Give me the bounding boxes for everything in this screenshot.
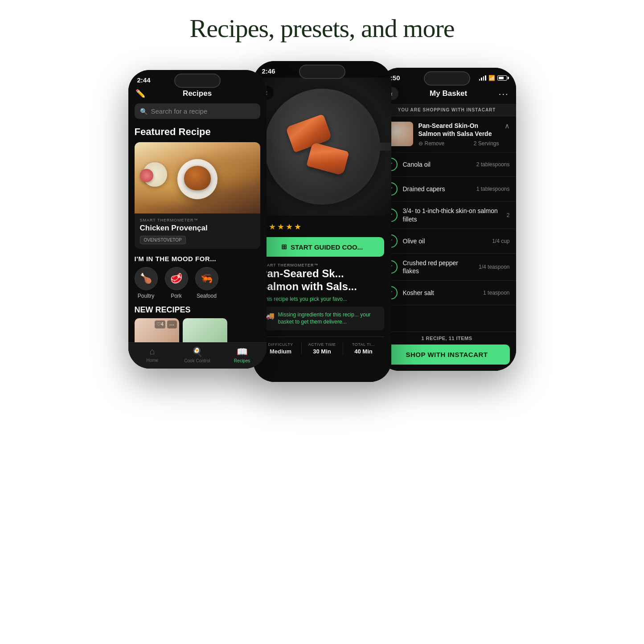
featured-recipe-section-title: Featured Recipe [135, 126, 260, 138]
mood-section-title: I'M IN THE MOOD FOR... [135, 255, 260, 263]
featured-recipe-image [135, 142, 260, 213]
battery-fill [499, 77, 504, 79]
featured-recipe-name: Chicken Provençal [140, 224, 255, 233]
dynamic-island-1 [175, 74, 220, 87]
mood-item-poultry[interactable]: 🍗 Poultry [135, 267, 158, 299]
search-bar[interactable]: 🔍 Search for a recipe [135, 103, 260, 119]
mood-items: 🍗 Poultry 🥩 Pork 🦐 Seafood [135, 267, 260, 299]
new-recipe-card-1[interactable]: ♡4 ··· [135, 318, 179, 342]
seafood-icon: 🦐 [195, 267, 218, 290]
stars-rating: ★ ★ ★ ★ ★ [260, 222, 384, 232]
wifi-icon: 📶 [488, 75, 495, 81]
time-1: 2:44 [137, 76, 151, 84]
start-guided-cooking-button[interactable]: ⊞ START GUIDED COO... [260, 237, 384, 257]
cooking-method-tag: OVEN/STOVETOP [140, 236, 186, 244]
star-3: ★ [277, 222, 284, 232]
ingredient-amount-2: 1 tablespoons [476, 186, 510, 192]
new-recipes-row: ♡4 ··· [135, 318, 260, 342]
basket-title: My Basket [430, 89, 467, 98]
signal-icon [479, 75, 486, 81]
hero-image [253, 78, 391, 216]
new-recipe-card-2[interactable] [183, 318, 227, 342]
seafood-label: Seafood [197, 293, 217, 299]
phone-2-screen: 2:46 ‹ ★ [253, 61, 391, 382]
nav-recipes[interactable]: 📖 Recipes [220, 346, 265, 363]
ingredient-row-red-pepper: ✓ Crushed red pepper flakes 1/4 teaspoon [378, 254, 516, 281]
ingredient-row-olive-oil: ✓ Olive oil 1/4 cup [378, 229, 516, 254]
basket-recipe-row: Pan-Seared Skin-On Salmon with Salsa Ver… [378, 116, 516, 152]
ingredient-name-1: Canola oil [403, 160, 471, 168]
star-4: ★ [286, 222, 293, 232]
pan-handle [376, 143, 391, 151]
more-options-button[interactable]: ··· [499, 89, 509, 99]
ingredient-amount-3: 2 [507, 212, 510, 218]
heart-icon[interactable]: ♡4 [155, 320, 165, 328]
remove-button[interactable]: ⊖ Remove [418, 140, 445, 147]
pork-icon: 🥩 [165, 267, 188, 290]
recipe-title-large: Pan-Seared Sk... Salmon with Sals... [260, 267, 384, 293]
phone1-content: Featured Recipe SMART THERMOMETER™ Chick… [128, 123, 267, 342]
phone-3-screen: 2:50 📶 ‹ My Basket ··· YOU ARE SHO [378, 68, 516, 371]
ingredient-name-4: Olive oil [403, 237, 487, 245]
recipe-detail-content: ★ ★ ★ ★ ★ ⊞ START GUIDED COO... SMART TH… [253, 216, 391, 382]
remove-row: ⊖ Remove 2 Servings [418, 140, 499, 147]
recipes-nav-icon: 📖 [237, 346, 248, 357]
search-icon: 🔍 [140, 108, 148, 115]
minus-icon: ⊖ [418, 140, 423, 147]
star-5: ★ [294, 222, 301, 232]
cook-control-nav-label: Cook Control [184, 358, 210, 363]
food-decoration [184, 166, 211, 190]
active-time-meta: ACTIVE TIME 30 Min [302, 342, 343, 355]
featured-recipe-info: SMART THERMOMETER™ Chicken Provençal OVE… [135, 213, 260, 249]
basket-recipe-name: Pan-Seared Skin-On Salmon with Salsa Ver… [418, 122, 499, 138]
smart-thermo-label: SMART THERMOMETER™ [140, 218, 255, 222]
edit-icon[interactable]: ✏️ [135, 89, 145, 98]
dynamic-island-3 [425, 72, 469, 85]
ingredient-name-5: Crushed red pepper flakes [403, 259, 474, 275]
new-recipe-image-2 [183, 318, 227, 342]
instacart-banner: YOU ARE SHOPPING WITH INSTACART [378, 104, 516, 116]
phones-container: 2:44 ✏️ Recipes 🔍 Search for a recipe Fe… [77, 61, 567, 382]
phone-1-screen: 2:44 ✏️ Recipes 🔍 Search for a recipe Fe… [128, 70, 267, 369]
featured-image-bg [135, 142, 260, 213]
nav-home[interactable]: ⌂ Home [130, 346, 175, 363]
basket-recipe-info: Pan-Seared Skin-On Salmon with Salsa Ver… [418, 122, 499, 147]
chevron-up-icon[interactable]: ∧ [505, 122, 510, 130]
recipe-name-section: SMART THERMOMETER™ Pan-Seared Sk... Salm… [260, 263, 384, 302]
phone-2: 2:46 ‹ ★ [253, 61, 391, 382]
recipes-title: Recipes [183, 89, 212, 98]
total-time-meta: TOTAL TI... 40 Min [343, 342, 384, 355]
battery-icon [497, 75, 507, 81]
smart-thermo-sm: SMART THERMOMETER™ [260, 263, 384, 267]
salmon-piece-2 [306, 142, 349, 176]
mood-item-seafood[interactable]: 🦐 Seafood [195, 267, 218, 299]
ingredient-row-canola-oil: ✓ Canola oil 2 tablespoons [378, 152, 516, 177]
nav-cook-control[interactable]: 🍳 Cook Control [175, 346, 220, 363]
shop-instacart-button[interactable]: SHOP WITH INSTACART [384, 345, 510, 365]
featured-recipe-card[interactable]: SMART THERMOMETER™ Chicken Provençal OVE… [135, 142, 260, 249]
mood-item-pork[interactable]: 🥩 Pork [165, 267, 188, 299]
delivery-truck-icon: 🚚 [266, 312, 275, 320]
dynamic-island-2 [300, 66, 345, 78]
poultry-icon: 🍗 [135, 267, 158, 290]
ingredient-name-2: Drained capers [403, 185, 471, 193]
recipe-note: *This recipe lets you pick your favo... [260, 296, 384, 302]
items-summary: 1 RECIPE, 11 ITEMS [378, 332, 516, 345]
cooking-icon: ⊞ [281, 243, 287, 251]
sauce-decoration [140, 169, 153, 182]
status-icons-3: 📶 [479, 75, 507, 81]
search-placeholder: Search for a recipe [151, 107, 208, 115]
ingredient-row-capers: ✓ Drained capers 1 tablespoons [378, 177, 516, 201]
basket-footer: 1 RECIPE, 11 ITEMS SHOP WITH INSTACART [378, 332, 516, 371]
active-time-label: ACTIVE TIME [302, 342, 343, 347]
servings-text: 2 Servings [474, 140, 499, 147]
active-time-value: 30 Min [302, 348, 343, 355]
ingredient-amount-5: 1/4 teaspoon [479, 264, 509, 270]
more-options-icon[interactable]: ··· [167, 320, 177, 328]
ingredient-amount-1: 2 tablespoons [476, 161, 510, 168]
ingredients-list: ✓ Canola oil 2 tablespoons ✓ Drained cap… [378, 152, 516, 332]
home-nav-label: Home [146, 358, 158, 363]
pan-background [253, 78, 391, 216]
delivery-notice: 🚚 Missing ingredients for this recip... … [260, 307, 384, 331]
ingredient-name-3: 3/4- to 1-inch-thick skin-on salmon fill… [403, 207, 501, 223]
